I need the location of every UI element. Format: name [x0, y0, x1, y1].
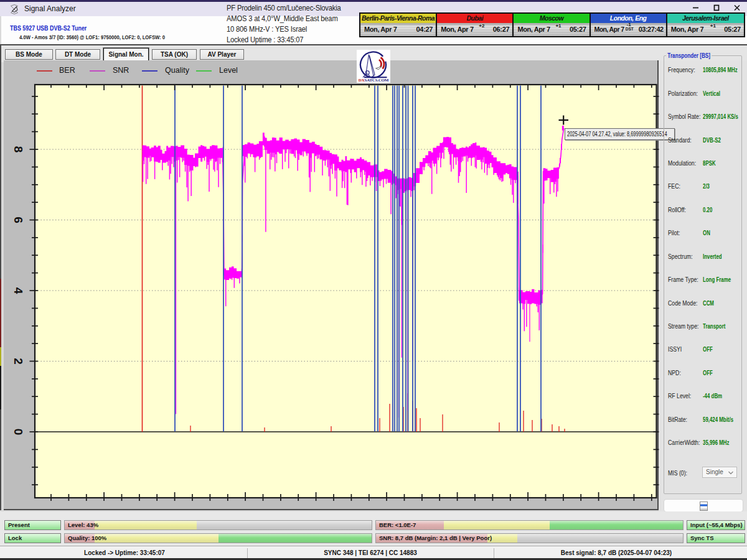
svg-text:0: 0: [12, 429, 25, 436]
svg-text:8: 8: [12, 146, 25, 153]
svg-text:6: 6: [12, 217, 25, 223]
svg-text:4: 4: [12, 287, 25, 294]
svg-text:2: 2: [12, 358, 25, 365]
